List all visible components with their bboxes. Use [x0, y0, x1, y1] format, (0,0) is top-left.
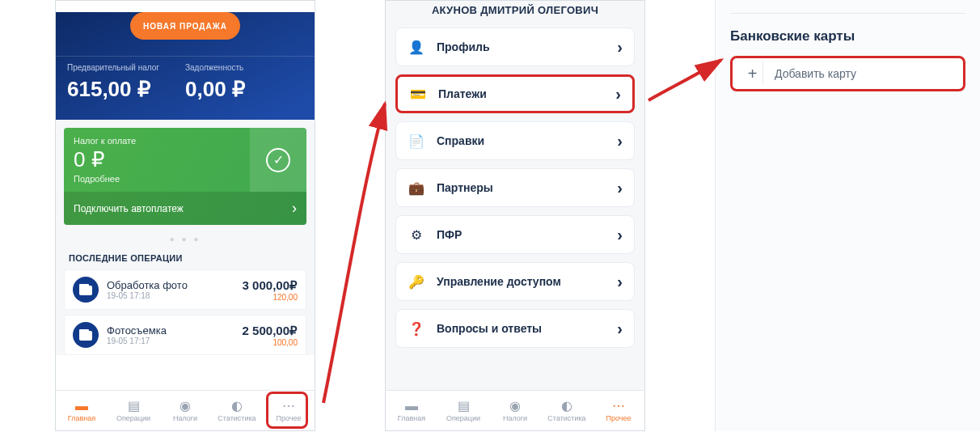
- menu-label: Справки: [437, 134, 617, 147]
- op-tax: 100,00: [243, 338, 298, 347]
- chevron-right-icon: ›: [617, 226, 623, 244]
- nav-label: Главная: [398, 414, 425, 422]
- chevron-right-icon: ›: [617, 132, 623, 150]
- debt-block: Задолженность 0,00 ₽: [185, 63, 303, 102]
- menu-pfr[interactable]: ⚙ ПФР ›: [395, 215, 635, 254]
- briefcase-icon: 💼: [408, 180, 425, 196]
- dashboard-body: Налог к оплате 0 ₽ Подробнее ✓ Подключит…: [56, 120, 315, 355]
- dashboard-header: НОВАЯ ПРОДАЖА Предварительный налог 615,…: [56, 12, 315, 120]
- menu-profile[interactable]: 👤 Профиль ›: [395, 28, 635, 66]
- dots-icon: ⋯: [282, 400, 295, 413]
- divider: [730, 13, 965, 14]
- nav-label: Операции: [446, 414, 480, 422]
- svg-rect-3: [79, 329, 89, 332]
- nav-more[interactable]: ⋯ Прочее: [263, 391, 315, 430]
- menu-access[interactable]: 🔑 Управление доступом ›: [395, 262, 635, 301]
- user-full-name: АКУНОВ ДМИТРИЙ ОЛЕГОВИЧ: [386, 1, 644, 28]
- nav-main[interactable]: ▬ Главная: [386, 391, 437, 430]
- chevron-right-icon: ›: [617, 38, 623, 57]
- op-title: Обработка фото: [107, 279, 243, 291]
- screen-more-menu: АКУНОВ ДМИТРИЙ ОЛЕГОВИЧ 👤 Профиль › 💳 Пл…: [385, 0, 645, 431]
- page-dots: ● ● ●: [64, 225, 306, 250]
- nav-label: Налоги: [503, 414, 527, 422]
- wallet-icon: 💳: [409, 87, 427, 102]
- nav-operations[interactable]: ▤ Операции: [108, 391, 159, 430]
- nav-label: Налоги: [173, 414, 197, 422]
- moon-icon: ◐: [561, 400, 572, 413]
- menu-spacer: [395, 356, 635, 371]
- nav-operations[interactable]: ▤ Операции: [437, 391, 489, 430]
- chevron-right-icon: ›: [617, 273, 623, 291]
- bank-cards-panel: Банковские карты + Добавить карту: [715, 0, 980, 431]
- question-icon: ❓: [408, 321, 425, 337]
- nav-label: Прочее: [277, 414, 302, 422]
- nav-taxes[interactable]: ◉ Налоги: [159, 391, 211, 430]
- chevron-right-icon: ›: [617, 320, 623, 338]
- nav-label: Операции: [116, 414, 150, 422]
- nav-stats[interactable]: ◐ Статистика: [211, 391, 263, 430]
- menu-label: Управление доступом: [437, 275, 617, 288]
- bank-cards-title: Банковские карты: [730, 28, 965, 44]
- add-card-button[interactable]: + Добавить карту: [730, 56, 965, 91]
- screen-main: НОВАЯ ПРОДАЖА Предварительный налог 615,…: [55, 0, 315, 431]
- wallet-icon: ▤: [128, 400, 140, 413]
- document-icon: 📄: [408, 133, 425, 149]
- pfr-icon: ⚙: [408, 227, 425, 243]
- briefcase-icon: ▬: [75, 400, 88, 413]
- tax-to-pay-amount: 0 ₽: [74, 147, 240, 172]
- menu-faq[interactable]: ❓ Вопросы и ответы ›: [395, 309, 635, 348]
- wallet-icon: ▤: [458, 400, 470, 413]
- tax-summary-row: Предварительный налог 615,00 ₽ Задолженн…: [56, 56, 315, 112]
- op-title: Фотосъемка: [107, 324, 243, 337]
- op-amount: 3 000,00₽: [243, 278, 298, 293]
- svg-rect-1: [79, 284, 89, 287]
- op-tax: 120,00: [243, 293, 298, 302]
- new-sale-button[interactable]: НОВАЯ ПРОДАЖА: [130, 12, 240, 40]
- bottom-nav: ▬ Главная ▤ Операции ◉ Налоги ◐ Статисти…: [56, 390, 315, 430]
- nav-stats[interactable]: ◐ Статистика: [541, 391, 593, 430]
- pretax-label: Предварительный налог: [67, 63, 185, 72]
- menu-label: Партнеры: [437, 181, 617, 194]
- menu-label: ПФР: [437, 228, 617, 241]
- debt-label: Задолженность: [185, 63, 303, 72]
- nav-label: Статистика: [547, 414, 585, 422]
- nav-taxes[interactable]: ◉ Налоги: [489, 391, 541, 430]
- coins-icon: ◉: [509, 400, 521, 413]
- nav-label: Главная: [68, 414, 95, 422]
- menu-reports[interactable]: 📄 Справки ›: [395, 121, 635, 160]
- bottom-nav: ▬ Главная ▤ Операции ◉ Налоги ◐ Статисти…: [386, 390, 644, 430]
- menu-partners[interactable]: 💼 Партнеры ›: [395, 168, 635, 207]
- autopay-label: Подключить автоплатеж: [74, 203, 184, 214]
- pretax-value: 615,00 ₽: [67, 77, 185, 102]
- tax-to-pay-check: ✓: [250, 128, 306, 192]
- chevron-right-icon: ›: [617, 179, 623, 197]
- nav-main[interactable]: ▬ Главная: [56, 391, 108, 430]
- nav-label: Прочее: [606, 414, 632, 422]
- op-amount: 2 500,00₽: [243, 324, 298, 338]
- autopay-row[interactable]: Подключить автоплатеж ›: [64, 192, 306, 225]
- wallet-icon: [73, 277, 99, 303]
- menu-label: Платежи: [438, 87, 615, 100]
- coins-icon: ◉: [180, 400, 191, 413]
- wallet-icon: [73, 322, 99, 348]
- operation-row[interactable]: Обработка фото 19-05 17:18 3 000,00₽ 120…: [64, 269, 306, 310]
- key-icon: 🔑: [408, 274, 425, 290]
- debt-value: 0,00 ₽: [185, 77, 303, 102]
- profile-icon: 👤: [408, 40, 425, 55]
- menu-label: Профиль: [437, 40, 617, 53]
- tax-to-pay-card[interactable]: Налог к оплате 0 ₽ Подробнее ✓ Подключит…: [64, 128, 306, 225]
- add-card-label: Добавить карту: [775, 67, 856, 80]
- pretax-block: Предварительный налог 615,00 ₽: [67, 63, 185, 102]
- tax-to-pay-more[interactable]: Подробнее: [74, 174, 240, 184]
- menu-label: Вопросы и ответы: [437, 322, 617, 335]
- briefcase-icon: ▬: [405, 400, 418, 413]
- op-time: 19-05 17:18: [107, 291, 243, 300]
- tax-to-pay-title: Налог к оплате: [74, 136, 240, 146]
- menu-payments[interactable]: 💳 Платежи ›: [395, 74, 635, 113]
- nav-label: Статистика: [218, 414, 256, 422]
- operation-row[interactable]: Фотосъемка 19-05 17:17 2 500,00₽ 100,00: [64, 315, 306, 355]
- nav-more[interactable]: ⋯ Прочее: [593, 391, 644, 430]
- dots-icon: ⋯: [612, 400, 625, 413]
- plus-icon: +: [742, 62, 763, 85]
- moon-icon: ◐: [231, 400, 243, 413]
